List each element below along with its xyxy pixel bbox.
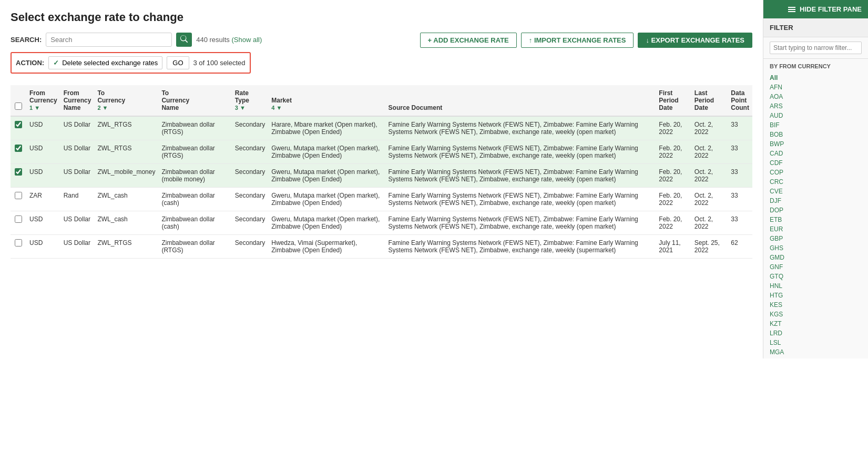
currency-filter-item[interactable]: LSL: [770, 338, 862, 347]
col-first-period-date[interactable]: FirstPeriodDate: [656, 85, 691, 116]
currency-filter-item[interactable]: DJF: [770, 197, 862, 205]
results-info: 440 results (Show all): [196, 36, 262, 44]
currency-filter-item[interactable]: CVE: [770, 187, 862, 196]
row-checkbox[interactable]: [15, 121, 22, 128]
table-cell: Secondary: [232, 116, 268, 140]
show-all-link[interactable]: (Show all): [231, 36, 262, 44]
currency-filter-item[interactable]: GHS: [770, 244, 862, 252]
row-checkbox[interactable]: [15, 239, 22, 246]
table-row: USDUS DollarZWL_cashZimbabwean dollar (c…: [11, 211, 752, 235]
row-checkbox-cell[interactable]: [11, 164, 26, 188]
table-cell: ZAR: [26, 188, 60, 211]
col-from-currency[interactable]: FromCurrency 1 ▼: [26, 85, 60, 116]
currency-filter-item[interactable]: AFN: [770, 83, 862, 91]
go-button[interactable]: GO: [167, 56, 189, 69]
row-checkbox[interactable]: [15, 168, 22, 176]
table-row: ZARRandZWL_cashZimbabwean dollar (cash)S…: [11, 188, 752, 211]
search-row: SEARCH: 440 results (Show all): [11, 33, 420, 47]
col-last-period-date[interactable]: LastPeriodDate: [691, 85, 728, 116]
selected-count: 3 of 100 selected: [193, 59, 246, 67]
row-checkbox-cell[interactable]: [11, 211, 26, 235]
currency-filter-item[interactable]: EUR: [770, 225, 862, 233]
col-data-point-count[interactable]: DataPointCount: [728, 85, 752, 116]
currency-filter-item[interactable]: CAD: [770, 149, 862, 158]
table-row: USDUS DollarZWL_RTGSZimbabwean dollar (R…: [11, 116, 752, 140]
table-cell: US Dollar: [60, 211, 95, 235]
select-all-header[interactable]: [11, 85, 26, 116]
col-source-document[interactable]: Source Document: [385, 85, 656, 116]
table-cell: 33: [728, 116, 752, 140]
currency-filter-item[interactable]: GBP: [770, 234, 862, 243]
table-row: USDUS DollarZWL_RTGSZimbabwean dollar (R…: [11, 140, 752, 164]
currency-filter-item[interactable]: ARS: [770, 102, 862, 110]
table-cell: Oct. 2, 2022: [691, 188, 728, 211]
table-cell: US Dollar: [60, 140, 95, 164]
table-cell: Oct. 2, 2022: [691, 164, 728, 188]
currency-filter-item[interactable]: LRD: [770, 329, 862, 337]
filter-search-area: [763, 37, 868, 59]
currency-filter-item[interactable]: All: [770, 74, 862, 82]
table-cell: Zimbabwean dollar (mobile money): [158, 164, 231, 188]
currency-filter-item[interactable]: BOB: [770, 130, 862, 139]
currency-filter-item[interactable]: GMD: [770, 253, 862, 262]
filter-title: FILTER: [763, 18, 868, 37]
row-checkbox-cell[interactable]: [11, 116, 26, 140]
action-select-button[interactable]: ✓ Delete selected exchange rates: [48, 56, 162, 69]
import-exchange-rates-button[interactable]: ↑ IMPORT EXCHANGE RATES: [521, 33, 634, 48]
table-cell: US Dollar: [60, 164, 95, 188]
currency-filter-list: AllAFNAOAARSAUDBIFBOBBWPCADCDFCOPCRCCVED…: [763, 71, 868, 358]
table-cell: Secondary: [232, 211, 268, 235]
col-market[interactable]: Market 4 ▼: [268, 85, 385, 116]
table-cell: USD: [26, 235, 60, 259]
currency-filter-item[interactable]: COP: [770, 168, 862, 177]
col-from-currency-name[interactable]: FromCurrencyName: [60, 85, 95, 116]
table-cell: Oct. 2, 2022: [691, 140, 728, 164]
currency-filter-item[interactable]: HNL: [770, 282, 862, 290]
row-checkbox[interactable]: [15, 145, 22, 152]
col-to-currency[interactable]: ToCurrency 2 ▼: [94, 85, 158, 116]
page-title: Select exchange rate to change: [11, 11, 752, 24]
currency-filter-item[interactable]: KES: [770, 301, 862, 309]
currency-filter-item[interactable]: GNF: [770, 263, 862, 271]
select-all-checkbox[interactable]: [15, 102, 22, 110]
currency-filter-item[interactable]: BIF: [770, 121, 862, 129]
table-cell: Oct. 2, 2022: [691, 211, 728, 235]
search-input[interactable]: [46, 33, 172, 47]
table-cell: ZWL_mobile_money: [94, 164, 158, 188]
currency-filter-item[interactable]: ETB: [770, 215, 862, 224]
table-cell: Feb. 20, 2022: [656, 116, 691, 140]
table-cell: Zimbabwean dollar (RTGS): [158, 116, 231, 140]
table-cell: US Dollar: [60, 116, 95, 140]
sidebar: HIDE FILTER PANE FILTER BY FROM CURRENCY…: [763, 0, 868, 358]
filter-search-input[interactable]: [770, 42, 862, 54]
table-cell: Zimbabwean dollar (cash): [158, 211, 231, 235]
table-cell: July 11, 2021: [656, 235, 691, 259]
col-rate-type[interactable]: RateType 3 ▼: [232, 85, 268, 116]
search-button[interactable]: [176, 33, 192, 47]
table-cell: USD: [26, 116, 60, 140]
table-cell: Secondary: [232, 235, 268, 259]
export-exchange-rates-button[interactable]: ↓ EXPORT EXCHANGE RATES: [638, 33, 752, 48]
row-checkbox-cell[interactable]: [11, 188, 26, 211]
table-cell: Gweru, Mutapa market (Open market), Zimb…: [268, 164, 385, 188]
currency-filter-item[interactable]: AUD: [770, 111, 862, 120]
currency-filter-item[interactable]: DOP: [770, 206, 862, 214]
row-checkbox[interactable]: [15, 215, 22, 223]
currency-filter-item[interactable]: BWP: [770, 140, 862, 148]
add-exchange-rate-button[interactable]: + ADD EXCHANGE RATE: [420, 33, 517, 48]
table-cell: Oct. 2, 2022: [691, 116, 728, 140]
row-checkbox-cell[interactable]: [11, 140, 26, 164]
currency-filter-item[interactable]: GTQ: [770, 272, 862, 281]
currency-filter-item[interactable]: KZT: [770, 320, 862, 328]
currency-filter-item[interactable]: CDF: [770, 159, 862, 167]
table-cell: USD: [26, 140, 60, 164]
hide-filter-button[interactable]: HIDE FILTER PANE: [763, 0, 868, 18]
currency-filter-item[interactable]: AOA: [770, 93, 862, 101]
currency-filter-item[interactable]: KGS: [770, 310, 862, 319]
row-checkbox[interactable]: [15, 192, 22, 199]
currency-filter-item[interactable]: HTG: [770, 291, 862, 300]
currency-filter-item[interactable]: MGA: [770, 348, 862, 356]
col-to-currency-name[interactable]: ToCurrencyName: [158, 85, 231, 116]
currency-filter-item[interactable]: CRC: [770, 178, 862, 186]
row-checkbox-cell[interactable]: [11, 235, 26, 259]
